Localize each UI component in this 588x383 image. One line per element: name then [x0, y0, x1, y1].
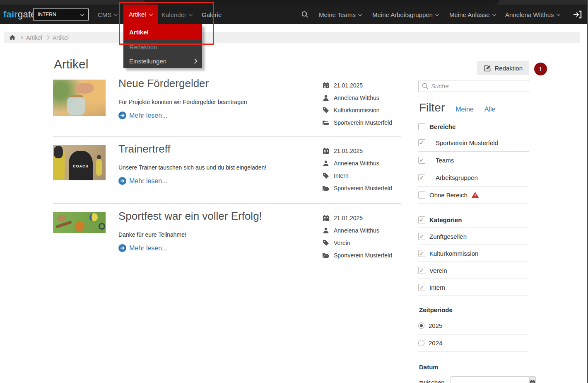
read-more-label: Mehr lesen... [129, 112, 167, 119]
filter-label: 2025 [429, 322, 442, 329]
search-input[interactable] [431, 82, 525, 90]
nav-galerie-label: Galerie [202, 11, 222, 18]
filter-section-header-datum: Datum [418, 359, 529, 375]
nav-item-meine-teams[interactable]: Meine Teams [319, 11, 362, 18]
app-window: fairgate INTERN CMS Artikel Kalender Gal… [0, 0, 588, 383]
filter-label: Zunftgesellen [429, 233, 467, 240]
nav-item-kalender[interactable]: Kalender [161, 11, 193, 18]
filter-row-zeitperiode: 2024 [418, 335, 529, 352]
section-title: Datum [419, 364, 439, 371]
nav-cms-label: CMS [98, 11, 111, 18]
sidebar-search-box [418, 80, 529, 92]
radio-2024[interactable] [418, 340, 424, 346]
calendar-icon [322, 148, 330, 154]
filter-label: Arbeitsgruppen [436, 174, 478, 181]
breadcrumb-separator-icon [45, 36, 49, 40]
date-from-input[interactable] [451, 376, 529, 383]
menu-item-artikel-label: Artikel [129, 29, 149, 36]
chevron-down-icon [557, 12, 560, 15]
article-date-row: 21.01.2025 [322, 82, 363, 89]
menu-item-redaktion-label: Redaktion [129, 44, 157, 51]
article-area-row: Sportverein Musterfeld [322, 119, 392, 126]
article-author: Annelena Witthus [334, 160, 379, 167]
section-title: Kategorien [429, 216, 462, 223]
thumbnail-decoration [75, 83, 94, 94]
thumbnail-decoration [96, 159, 102, 176]
checkbox-teams[interactable] [418, 157, 425, 164]
breadcrumb-item-artikel[interactable]: Artikel [26, 34, 42, 41]
filter-link-alle[interactable]: Alle [484, 106, 496, 113]
article-category: Kulturkommission [334, 107, 379, 114]
meine-teams-label: Meine Teams [319, 11, 356, 18]
checkbox-verein[interactable] [418, 267, 425, 274]
read-more-link[interactable]: Mehr lesen... [118, 112, 167, 119]
person-icon [322, 160, 330, 167]
search-icon [422, 83, 428, 89]
article-date: 21.01.2025 [334, 215, 363, 221]
collapse-checkbox[interactable] [418, 123, 425, 130]
checkbox-sportverein-musterfeld[interactable] [418, 139, 425, 146]
read-more-link[interactable]: Mehr lesen... [118, 177, 167, 185]
filter-row-bereich: Sportverein Musterfeld [418, 134, 529, 152]
divider [53, 136, 401, 137]
section-title: Bereiche [429, 123, 455, 130]
article-row: Sportfest war ein voller Erfolg! Danke f… [53, 212, 403, 266]
checkbox-kategorien-all[interactable] [418, 216, 425, 223]
read-more-label: Mehr lesen... [129, 177, 167, 185]
folder-open-icon [322, 120, 330, 126]
fairgate-logo[interactable]: fairgate [3, 9, 36, 20]
chevron-right-icon [193, 58, 196, 63]
thumbnail-decoration [54, 146, 63, 158]
checkbox-intern[interactable] [418, 284, 425, 291]
article-area: Sportverein Musterfeld [334, 185, 392, 192]
filter-label: Kulturkommission [429, 250, 478, 257]
article-list-section: Artikel Neue Fördergelder Für Projekte k… [53, 54, 403, 319]
article-author-row: Annelena Witthus [322, 160, 379, 167]
article-date-row: 21.01.2025 [322, 215, 363, 221]
thumbnail-decoration [55, 221, 72, 228]
nav-item-galerie[interactable]: Galerie [202, 11, 222, 18]
filter-row-kategorie: Verein [418, 262, 529, 279]
checkbox-zunftgesellen[interactable] [418, 233, 425, 240]
folder-open-icon [322, 252, 330, 259]
folder-open-icon [322, 185, 330, 192]
filter-row-kategorie: Zunftgesellen [418, 228, 529, 245]
tag-icon [322, 172, 330, 179]
filter-section-header-kategorien: Kategorien [418, 212, 529, 228]
article-row: COACH Trainertreff Unsere Trainer tausch… [53, 145, 403, 201]
radio-2025[interactable] [418, 322, 424, 329]
menu-item-artikel[interactable]: Artikel [123, 24, 202, 40]
article-area: Sportverein Musterfeld [334, 252, 392, 259]
checkbox-ohne-bereich[interactable] [418, 192, 425, 199]
search-icon[interactable] [301, 11, 308, 18]
club-select-dropdown[interactable]: INTERN [33, 8, 89, 20]
logout-icon[interactable] [573, 10, 582, 19]
checkbox-kulturkommission[interactable] [418, 250, 425, 257]
article-thumbnail[interactable] [53, 80, 106, 116]
redaktion-button[interactable]: Redaktion [477, 61, 529, 75]
datepicker-calendar-icon[interactable] [529, 376, 536, 383]
article-row: Neue Fördergelder Für Projekte konnten w… [53, 80, 403, 137]
filter-link-meine[interactable]: Meine [455, 106, 474, 113]
nav-item-artikel-active[interactable]: Artikel [123, 5, 158, 24]
article-author: Annelena Witthus [334, 95, 379, 101]
home-icon[interactable] [9, 34, 16, 41]
nav-item-cms[interactable]: CMS [98, 11, 118, 18]
thumbnail-decoration [89, 213, 98, 221]
tag-icon [322, 107, 330, 114]
arrow-right-circle-icon [118, 244, 126, 252]
nav-artikel-label: Artikel [129, 11, 146, 18]
read-more-link[interactable]: Mehr lesen... [118, 244, 167, 252]
thumbnail-decoration [67, 97, 85, 115]
article-date-row: 21.01.2025 [322, 148, 363, 154]
menu-item-einstellungen[interactable]: Einstellungen [123, 54, 202, 68]
thumbnail-decoration [97, 155, 101, 159]
checkbox-arbeitsgruppen[interactable] [418, 174, 425, 181]
article-area-row: Sportverein Musterfeld [322, 252, 392, 259]
warning-triangle-icon [471, 192, 479, 199]
arrow-right-circle-icon [118, 112, 126, 119]
article-thumbnail[interactable] [53, 212, 106, 233]
menu-item-redaktion[interactable]: Redaktion [123, 40, 202, 54]
article-thumbnail[interactable]: COACH [53, 145, 106, 180]
annotation-step-badge: 1 [534, 63, 547, 75]
